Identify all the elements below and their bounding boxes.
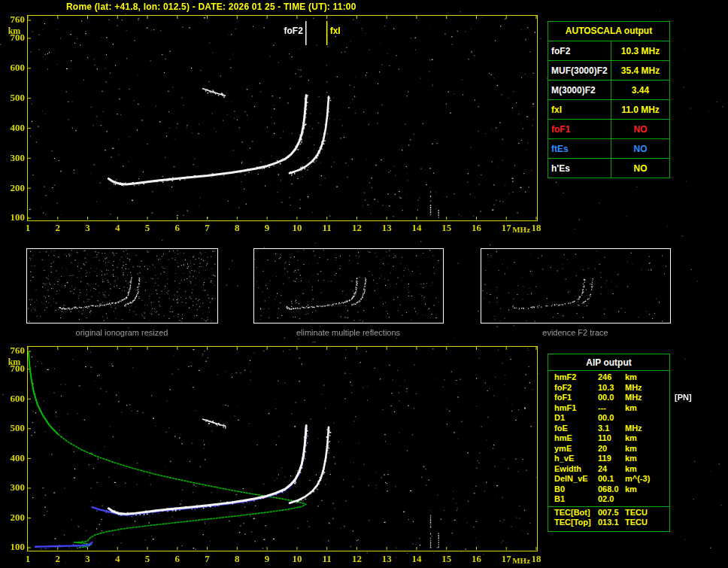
aip-row: foF100.0MHz: [548, 393, 669, 403]
parameter-value: 3.44: [611, 80, 669, 99]
parameter-name: hmF2: [554, 372, 598, 383]
autoscala-table-rows: foF210.3 MHzMUF(3000)F235.4 MHzM(3000)F2…: [548, 41, 669, 178]
parameter-name: hmE: [554, 433, 598, 444]
parameter-unit: km: [625, 433, 669, 444]
thumbnail-eliminate-reflections: [253, 248, 443, 323]
parameter-value: 00.0: [598, 393, 625, 403]
parameter-unit: [625, 413, 669, 424]
parameter-name: foF1: [554, 393, 598, 403]
autoscala-table-header: AUTOSCALA output: [548, 22, 669, 41]
parameter-label: M(3000)F2: [548, 80, 611, 99]
parameter-value: 10.3 MHz: [611, 41, 669, 60]
parameter-value: 35.4 MHz: [611, 61, 669, 80]
parameter-value: 10.3: [598, 383, 625, 393]
aip-table-rows: hmF2246kmfoF210.3MHzfoF100.0MHzhmF1---km…: [548, 371, 669, 505]
parameter-unit: km: [625, 444, 669, 454]
aip-row: hmF1---km: [548, 403, 669, 414]
aip-output-table: AIP output hmF2246kmfoF210.3MHzfoF100.0M…: [548, 354, 670, 532]
parameter-value: 007.5: [598, 508, 625, 518]
parameter-unit: MHz: [625, 424, 669, 434]
parameter-value: 3.1: [598, 424, 625, 434]
parameter-name: foE: [554, 424, 598, 434]
station-header: Rome (lat: +41.8, lon: 012.5) - DATE: 20…: [66, 2, 356, 12]
parameter-label: foF2: [548, 41, 611, 60]
parameter-name: TEC[Bot]: [554, 508, 598, 518]
parameter-value: 013.1: [598, 518, 625, 528]
autoscala-row: MUF(3000)F235.4 MHz: [548, 60, 669, 80]
parameter-value: 02.0: [598, 494, 625, 505]
autoscala-row: M(3000)F23.44: [548, 80, 669, 99]
autoscala-row: fxI11.0 MHz: [548, 99, 669, 119]
parameter-unit: MHz: [625, 393, 669, 403]
aip-row: hmE110km: [548, 433, 669, 444]
parameter-label: h'Es: [548, 159, 611, 178]
aip-row: TEC[Bot]007.5TECU: [548, 508, 669, 518]
parameter-value: 00.1: [598, 474, 625, 484]
parameter-name: hmF1: [554, 403, 598, 414]
parameter-name: Ewidth: [554, 464, 598, 475]
parameter-value: 119: [598, 454, 625, 464]
aip-row: hmF2246km: [548, 372, 669, 383]
aip-ionogram-plot: [27, 346, 537, 551]
pn-note: [PN]: [675, 393, 692, 402]
autoscala-row: h'EsNO: [548, 158, 669, 178]
parameter-unit: TECU: [625, 508, 669, 518]
parameter-value: ---: [598, 403, 625, 414]
parameter-unit: [625, 494, 669, 505]
parameter-name: B0: [554, 484, 598, 495]
autoscala-output-table: AUTOSCALA output foF210.3 MHzMUF(3000)F2…: [548, 21, 670, 178]
aip-tec-rows: TEC[Bot]007.5TECUTEC[Top]013.1TECU: [548, 506, 669, 528]
aip-row: DelN_vE00.1m^(-3): [548, 474, 669, 484]
parameter-unit: TECU: [625, 518, 669, 528]
parameter-name: DelN_vE: [554, 474, 598, 484]
parameter-value: 068.0: [598, 484, 625, 495]
parameter-unit: km: [625, 484, 669, 495]
parameter-name: ymE: [554, 444, 598, 454]
parameter-label: ftEs: [548, 139, 611, 158]
aip-row: ymE20km: [548, 444, 669, 454]
thumbnail-evidence-f2-trace: [481, 248, 670, 323]
parameter-value: 110: [598, 433, 625, 444]
parameter-value: NO: [611, 159, 669, 178]
parameter-value: NO: [611, 139, 669, 158]
aip-table-header: AIP output: [548, 354, 669, 371]
autoscala-app-window: { "title": "Rome (lat: +41.8, lon: 012.5…: [0, 0, 728, 568]
parameter-unit: km: [625, 403, 669, 414]
autoscala-row: ftEsNO: [548, 138, 669, 158]
autoscala-row: foF1NO: [548, 119, 669, 138]
parameter-value: 246: [598, 372, 625, 383]
parameter-unit: m^(-3): [625, 474, 669, 484]
aip-row: h_vE119km: [548, 454, 669, 464]
aip-row: D100.0: [548, 413, 669, 424]
parameter-name: D1: [554, 413, 598, 424]
parameter-label: fxI: [548, 100, 611, 119]
thumbnail-caption-original: original ionogram resized: [26, 328, 217, 337]
parameter-name: h_vE: [554, 454, 598, 464]
aip-row: foE3.1MHz: [548, 424, 669, 434]
parameter-value: 24: [598, 464, 625, 475]
parameter-label: foF1: [548, 120, 611, 138]
autoscala-row: foF210.3 MHz: [548, 41, 669, 60]
parameter-value: 11.0 MHz: [611, 100, 669, 119]
aip-row: Ewidth24km: [548, 464, 669, 475]
parameter-value: NO: [611, 120, 669, 138]
aip-row: TEC[Top]013.1TECU: [548, 518, 669, 528]
thumbnail-original-ionogram: [26, 248, 217, 323]
parameter-name: B1: [554, 494, 598, 505]
parameter-unit: km: [625, 372, 669, 383]
parameter-unit: MHz: [625, 383, 669, 393]
main-ionogram-plot: [27, 15, 537, 220]
thumbnail-caption-eliminate: eliminate multiple reflections: [253, 328, 443, 337]
parameter-name: TEC[Top]: [554, 518, 598, 528]
aip-row: B102.0: [548, 494, 669, 505]
aip-row: foF210.3MHz: [548, 383, 669, 393]
thumbnail-caption-evidence: evidence F2 trace: [481, 328, 670, 337]
parameter-value: 00.0: [598, 413, 625, 424]
parameter-unit: km: [625, 454, 669, 464]
parameter-name: foF2: [554, 383, 598, 393]
parameter-unit: km: [625, 464, 669, 475]
aip-row: B0068.0km: [548, 484, 669, 495]
parameter-value: 20: [598, 444, 625, 454]
parameter-label: MUF(3000)F2: [548, 61, 611, 80]
